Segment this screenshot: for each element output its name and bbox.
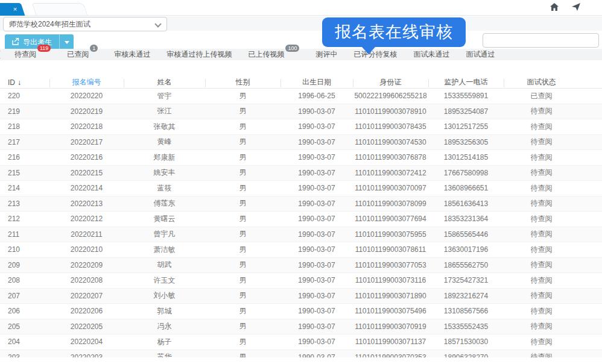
table-row[interactable]: 20320220203苏华男1990-03-071101011990030703… [0, 350, 602, 358]
table-cell: 20220218 [49, 122, 124, 131]
table-cell: 待查阅 [504, 245, 579, 255]
column-header-label: 报名编号 [72, 78, 101, 86]
filter-tab[interactable]: 面试未通过 [413, 49, 449, 60]
filter-tab[interactable]: 审核未通过 [114, 49, 150, 60]
table-cell: 1990-03-07 [280, 322, 353, 331]
filter-tab-label: 已上传视频 [248, 49, 284, 60]
table-cell: 待查阅 [504, 122, 579, 132]
table-cell: 男 [205, 229, 280, 239]
column-header[interactable]: 性别 [205, 77, 280, 87]
table-cell: 216 [0, 153, 49, 162]
active-tab[interactable]: × [0, 3, 25, 16]
table-cell: 214 [0, 184, 49, 192]
close-tab-icon[interactable]: × [13, 5, 16, 13]
filter-tab[interactable]: 面试通过 [466, 49, 495, 60]
table-cell: 15865565446 [428, 230, 504, 239]
chevron-down-icon [156, 20, 161, 26]
filter-tab-badge: 100 [285, 45, 299, 52]
table-row[interactable]: 21020220210萧洁敏男1990-03-07110101199003078… [0, 242, 602, 258]
table-cell: 20220214 [49, 184, 124, 192]
table-row[interactable]: 21520220215姚安丰男1990-03-07110101199003072… [0, 166, 602, 181]
table-row[interactable]: 21220220212黄曙云男1990-03-07110101199003077… [0, 212, 602, 227]
table-cell: 13108567566 [428, 307, 504, 315]
table-cell: 207 [0, 292, 49, 300]
table-row[interactable]: 21620220216郑康新男1990-03-07110101199003076… [0, 150, 602, 166]
table-row[interactable]: 21420220214蓝筱男1990-03-071101011990030700… [0, 181, 602, 196]
filter-tab[interactable]: 审核通过待上传视频 [166, 49, 232, 60]
table-cell: 1990-03-07 [280, 261, 353, 269]
table-cell: 13012517255 [428, 122, 504, 131]
table-row[interactable]: 22020220220管宇男1996-06-255002221996062552… [0, 89, 602, 104]
export-dropdown-toggle[interactable] [59, 34, 74, 50]
table-cell: 男 [205, 137, 280, 147]
table-cell: 1990-03-07 [280, 230, 353, 239]
filter-tabs: 待查阅119已查阅1审核未通过审核通过待上传视频已上传视频100测评中已评分待复… [14, 49, 511, 60]
table-cell: 20220204 [49, 337, 124, 346]
column-header[interactable]: ID↓ [0, 78, 49, 87]
table-cell: 蓝筱 [124, 183, 205, 193]
table-cell: 203 [0, 353, 49, 357]
table-cell: 18655562750 [428, 261, 504, 269]
inactive-tab[interactable] [32, 3, 87, 15]
table-cell: 20220210 [49, 245, 124, 254]
filter-tab-label: 测评中 [315, 49, 337, 60]
table-row[interactable]: 20620220206郭城男1990-03-071101011990030754… [0, 304, 602, 319]
table-cell: 男 [205, 168, 280, 178]
table-cell: 胡武 [124, 260, 205, 270]
table-cell: 男 [205, 183, 280, 193]
table-cell: 20220215 [49, 169, 124, 177]
table-cell: 1990-03-07 [280, 153, 353, 162]
column-header[interactable]: 报名编号 [49, 77, 124, 87]
table-cell: 110101199003076878 [353, 153, 428, 162]
table-cell: 男 [205, 352, 280, 357]
filter-tab-label: 面试通过 [466, 49, 495, 60]
table-cell: 男 [205, 106, 280, 116]
filter-tab[interactable]: 已上传视频100 [248, 49, 299, 60]
column-header-label: 性别 [236, 78, 250, 86]
column-header-label: 面试状态 [527, 78, 556, 86]
table-cell: 213 [0, 199, 49, 208]
table-cell: 男 [205, 198, 280, 209]
table-cell: 18906328270 [428, 353, 504, 357]
table-cell: 男 [205, 122, 280, 132]
table-row[interactable]: 21120220211曾宇凡男1990-03-07110101199003075… [0, 227, 602, 243]
table-row[interactable]: 20720220207刘小敏男1990-03-07110101199003071… [0, 289, 602, 304]
table-cell: 男 [205, 260, 280, 270]
table-row[interactable]: 20920220209胡武男1990-03-071101011990030770… [0, 258, 602, 274]
table-row[interactable]: 21920220219张江男1990-03-071101011990030789… [0, 104, 602, 120]
table-cell: 218 [0, 122, 49, 131]
table-cell: 110101199003075496 [353, 307, 428, 315]
table-cell: 男 [205, 290, 280, 301]
table-cell: 待查阅 [504, 321, 579, 331]
export-button-main[interactable]: 导出考生 [5, 34, 59, 50]
table-cell: 110101199003070097 [353, 184, 428, 192]
filter-tab[interactable]: 测评中 [315, 49, 337, 60]
column-header[interactable]: 监护人一电话 [428, 77, 504, 87]
table-cell: 刘小敏 [124, 290, 205, 301]
table-row[interactable]: 20420220204杨子男1990-03-071101011990030711… [0, 334, 602, 350]
table-cell: 17667580998 [428, 169, 504, 177]
column-header[interactable]: 姓名 [124, 77, 205, 87]
filter-tab-label: 审核通过待上传视频 [166, 49, 232, 60]
tabs-scroll-left-icon[interactable] [0, 51, 4, 58]
filter-tab[interactable]: 待查阅119 [14, 49, 51, 60]
filter-tab-label: 审核未通过 [114, 49, 150, 60]
table-cell: 待查阅 [504, 137, 579, 147]
home-icon[interactable] [550, 3, 559, 11]
exam-select[interactable]: 师范学校2024年招生面试 [3, 17, 167, 31]
table-cell: 1990-03-07 [280, 307, 353, 315]
table-cell: 1990-03-07 [280, 138, 353, 146]
table-row[interactable]: 20520220205冯永男1990-03-071101011990030709… [0, 319, 602, 335]
table-row[interactable]: 21720220217黄峰男1990-03-071101011990030745… [0, 135, 602, 151]
send-icon[interactable] [572, 3, 580, 11]
table-cell: 13630017196 [428, 245, 504, 254]
column-header[interactable]: 身份证 [353, 77, 428, 87]
column-header[interactable]: 出生日期 [280, 77, 353, 87]
column-header[interactable]: 面试状态 [504, 77, 579, 87]
filter-tab[interactable]: 已评分待复核 [353, 49, 397, 60]
filter-tab[interactable]: 已查阅1 [67, 49, 98, 60]
table-row[interactable]: 21320220213傅莲东男1990-03-07110101199003078… [0, 196, 602, 212]
table-row[interactable]: 20820220208许玉文男1990-03-07110101199003073… [0, 273, 602, 289]
search-input[interactable] [483, 33, 599, 48]
table-row[interactable]: 21820220218张敬其男1990-03-07110101199003078… [0, 119, 602, 135]
